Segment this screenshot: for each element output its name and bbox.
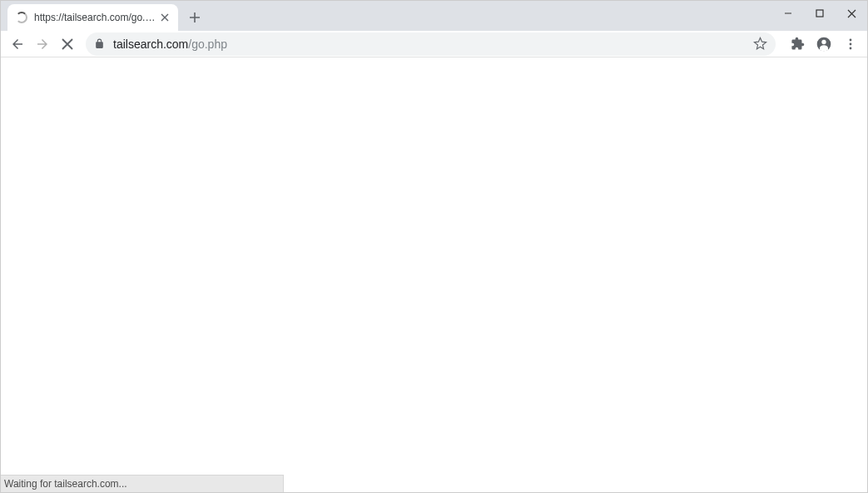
- menu-icon[interactable]: [839, 32, 862, 56]
- svg-rect-0: [816, 10, 823, 17]
- page-content: [1, 57, 867, 492]
- lock-icon: [94, 38, 105, 49]
- window-controls: [772, 1, 867, 26]
- status-bar: Waiting for tailsearch.com...: [1, 475, 284, 492]
- address-bar[interactable]: tailsearch.com/go.php: [86, 32, 776, 56]
- close-window-button[interactable]: [836, 1, 867, 26]
- maximize-button[interactable]: [804, 1, 836, 26]
- extensions-icon[interactable]: [786, 32, 809, 56]
- toolbar-right: [786, 32, 862, 56]
- url-text: tailsearch.com/go.php: [113, 37, 746, 51]
- close-tab-button[interactable]: [158, 11, 171, 24]
- url-domain: tailsearch.com: [113, 37, 188, 51]
- minimize-button[interactable]: [772, 1, 804, 26]
- svg-point-2: [821, 39, 826, 43]
- forward-button[interactable]: [31, 32, 54, 56]
- new-tab-button[interactable]: [183, 6, 206, 29]
- toolbar: tailsearch.com/go.php: [1, 31, 867, 57]
- bookmark-star-icon[interactable]: [753, 37, 767, 51]
- svg-point-4: [850, 42, 852, 45]
- status-text: Waiting for tailsearch.com...: [4, 478, 127, 490]
- stop-reload-button[interactable]: [56, 32, 79, 56]
- svg-point-3: [850, 38, 852, 41]
- browser-tab[interactable]: https://tailsearch.com/go.php: [7, 4, 178, 31]
- loading-spinner-icon: [16, 12, 27, 23]
- svg-point-5: [850, 47, 852, 49]
- titlebar: https://tailsearch.com/go.php: [1, 1, 867, 31]
- url-path: /go.php: [188, 37, 227, 51]
- profile-icon[interactable]: [812, 32, 836, 56]
- back-button[interactable]: [6, 32, 29, 56]
- tab-title: https://tailsearch.com/go.php: [34, 12, 158, 23]
